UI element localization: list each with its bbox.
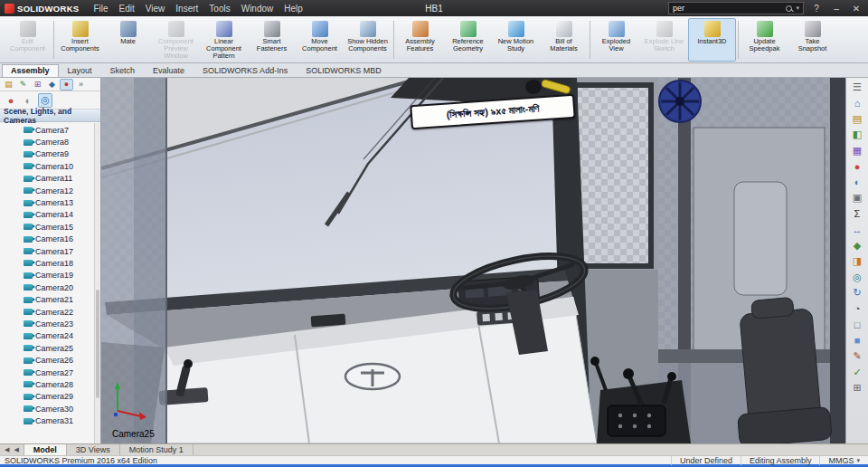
tree-item-camera28[interactable]: Camera28 [0,378,100,390]
edit-sketch-button[interactable]: ✎ [849,349,865,364]
menu-file[interactable]: File [88,4,113,14]
take-snapshot-button[interactable]: Take Snapshot [788,18,836,62]
search-box[interactable]: ▾ [668,2,804,14]
custom-properties-button[interactable]: ▣ [849,191,865,205]
measure-button[interactable]: ↔ [849,223,865,237]
search-dropdown-icon[interactable]: ▾ [796,5,799,12]
left-transparent-panel[interactable] [101,78,166,443]
solidworks-resources-button[interactable]: ⌂ [849,96,865,110]
exploded-view-button[interactable]: Exploded View [592,18,640,62]
tree-item-camera22[interactable]: Camera22 [0,306,100,318]
tab-solidworks-mbd[interactable]: SOLIDWORKS MBD [297,64,391,77]
appearances-button[interactable]: ● [849,159,865,174]
menu-window[interactable]: Window [236,4,279,14]
cabin-fan[interactable] [659,81,701,122]
displaymanager-tab[interactable]: ● [60,79,73,91]
featuremanager-tab[interactable]: ▤ [2,79,15,91]
view-scene-lights-button[interactable]: ◐ [21,93,35,108]
tree-item-camera25[interactable]: Camera25 [0,342,100,354]
tree-item-camera11[interactable]: Camera11 [0,173,100,185]
wireframe-display-button[interactable]: □ [849,318,865,332]
tree-item-camera16[interactable]: Camera16 [0,234,100,245]
menu-insert[interactable]: Insert [170,4,203,14]
tree-item-camera17[interactable]: Camera17 [0,245,100,257]
tree-item-camera29[interactable]: Camera29 [0,391,100,403]
menu-help[interactable]: Help [278,4,308,14]
section-view-button[interactable]: ◨ [849,254,865,269]
tree-item-camera15[interactable]: Camera15 [0,221,100,233]
tree-item-camera14[interactable]: Camera14 [0,209,100,221]
design-library-button[interactable]: ▤ [849,111,865,126]
linear-component-pattern-button[interactable]: Linear Component Pattern [200,18,248,62]
tree-item-camera24[interactable]: Camera24 [0,330,100,342]
help-button[interactable]: ? [809,4,824,14]
menu-edit[interactable]: Edit [114,4,140,14]
view-cameras-button[interactable]: ◎ [38,93,52,108]
doc-tab-3d-views[interactable]: 3D Views [67,444,120,455]
assembly-features-button[interactable]: Assembly Features [396,18,444,62]
tab-layout[interactable]: Layout [59,64,101,77]
tree-item-camera31[interactable]: Camera31 [0,415,100,426]
tree-item-camera20[interactable]: Camera20 [0,281,100,293]
mate-button[interactable]: Mate [104,18,152,62]
tree-item-camera12[interactable]: Camera12 [0,185,100,196]
zoom-view-button[interactable]: ◔ [849,301,865,316]
smart-fasteners-button[interactable]: Smart Fasteners [248,18,296,62]
configurationmanager-tab[interactable]: ⊞ [31,79,44,91]
tree-item-camera27[interactable]: Camera27 [0,367,100,378]
panel-expand[interactable]: » [74,79,88,91]
move-component-button[interactable]: Move Component [296,18,344,62]
show-hidden-components-button[interactable]: Show Hidden Components [344,18,392,62]
panel-scrollbar-thumb[interactable] [96,290,99,398]
file-explorer-button[interactable]: ◧ [849,128,865,142]
panel-scrollbar[interactable] [94,123,100,443]
check-button[interactable]: ✓ [849,365,865,379]
search-icon[interactable] [786,5,792,12]
tab-sketch[interactable]: Sketch [101,64,145,77]
reference-geometry-button[interactable]: Reference Geometry [444,18,492,62]
tree-item-camera30[interactable]: Camera30 [0,403,100,415]
grid-button[interactable]: ⊞ [849,381,865,396]
tree-item-camera13[interactable]: Camera13 [0,196,100,208]
tab-evaluate[interactable]: Evaluate [144,64,193,77]
menu-tools[interactable]: Tools [203,4,235,14]
minimize-button[interactable]: – [829,4,844,14]
new-motion-study-button[interactable]: New Motion Study [492,18,540,62]
menu-view[interactable]: View [140,4,171,14]
graphics-viewport[interactable]: (সিক্ষপ্সি সহ্য) ৯x৫ মালাং-মণি Camera25 [101,78,845,443]
tree-item-camera26[interactable]: Camera26 [0,354,100,366]
tree-item-camera19[interactable]: Camera19 [0,270,100,281]
tree-item-camera8[interactable]: Camera8 [0,136,100,148]
tab-assembly[interactable]: Assembly [2,64,59,77]
tree-item-camera18[interactable]: Camera18 [0,257,100,269]
rotate-view-button[interactable]: ↻ [849,286,865,300]
update-speedpak-button[interactable]: Update Speedpak [741,18,788,62]
close-button[interactable]: ✕ [849,4,863,14]
units-selector[interactable]: MMGS ▾ [819,456,868,465]
propertymanager-tab[interactable]: ✎ [16,79,30,91]
taskpane-menu-button[interactable]: ☰ [849,80,865,94]
tab-solidworks-add-ins[interactable]: SOLIDWORKS Add-Ins [193,64,297,77]
instant3d-button[interactable]: Instant3D [688,18,736,62]
tab-scroll-arrow-0[interactable]: ◀ [3,446,11,453]
view-appearances-button[interactable]: ● [4,93,18,108]
view-palette-button[interactable]: ▦ [849,143,865,157]
tab-scroll-arrow-1[interactable]: ◀ [12,446,20,453]
explode-line-sketch-button[interactable]: Explode Line Sketch [640,18,688,62]
tree-item-camera9[interactable]: Camera9 [0,148,100,160]
tree-item-camera7[interactable]: Camera7 [0,124,100,136]
mass-properties-button[interactable]: ◆ [849,238,865,253]
dimxpertmanager-tab[interactable]: ◆ [45,79,59,91]
tree-item-camera10[interactable]: Camera10 [0,160,100,172]
camera-view-button[interactable]: ◎ [849,270,865,284]
search-input[interactable] [673,4,782,13]
edit-component-button[interactable]: Edit Component [4,18,52,62]
roof-knob[interactable] [525,80,542,94]
tree-item-camera23[interactable]: Camera23 [0,318,100,329]
component-preview-window-button[interactable]: Component Preview Window [152,18,200,62]
scene-button[interactable]: ◐ [849,175,865,189]
doc-tab-model[interactable]: Model [24,444,67,455]
equations-button[interactable]: Σ [849,206,865,221]
tree-item-camera21[interactable]: Camera21 [0,293,100,305]
bill-of-materials-button[interactable]: Bill of Materials [540,18,588,62]
